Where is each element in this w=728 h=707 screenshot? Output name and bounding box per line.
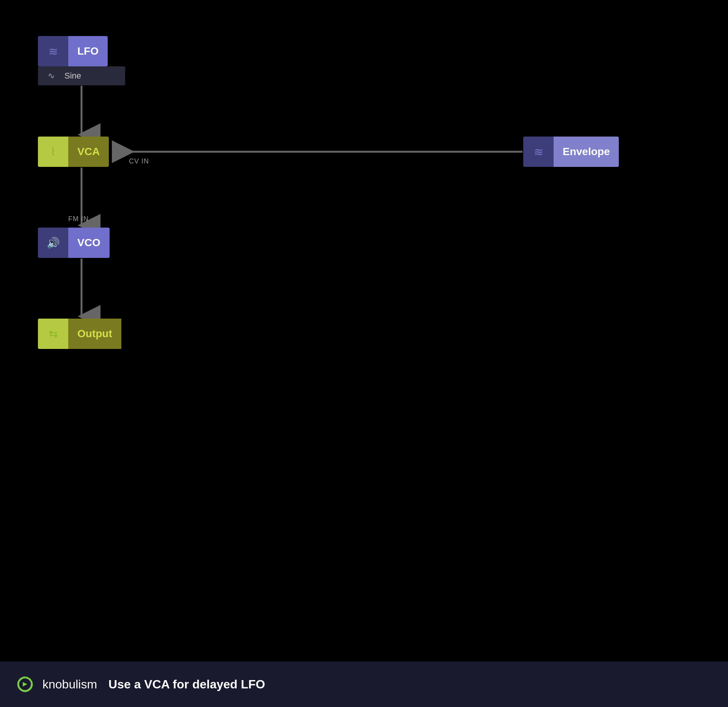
lfo-sub-label: Sine [64, 71, 81, 81]
brand-name: knobulism [42, 677, 97, 691]
lfo-module[interactable]: ≋ LFO [38, 36, 108, 66]
vca-icon: ⌇ [38, 137, 68, 167]
lfo-label: LFO [68, 36, 108, 66]
svg-marker-6 [23, 682, 27, 687]
lfo-sub-module[interactable]: ∿ Sine [38, 66, 125, 85]
sine-icon: ∿ [38, 71, 64, 81]
envelope-module[interactable]: ≋ Envelope [523, 137, 619, 167]
output-icon: ⇆ [38, 319, 68, 349]
output-label: Output [68, 319, 121, 349]
logo-icon [15, 674, 35, 694]
speaker-icon: 🔊 [47, 237, 60, 249]
vca-module[interactable]: ⌇ VCA [38, 137, 109, 167]
vco-icon: 🔊 [38, 228, 68, 258]
pulse-icon: ⌇ [50, 146, 56, 158]
cv-in-label: CV IN [129, 157, 149, 165]
bottom-bar: knobulism Use a VCA for delayed LFO [0, 661, 728, 707]
transfer-icon: ⇆ [49, 328, 58, 340]
vco-module[interactable]: 🔊 VCO [38, 228, 110, 258]
vco-label: VCO [68, 228, 110, 258]
vca-label: VCA [68, 137, 109, 167]
envelope-icon: ≋ [523, 137, 554, 167]
fm-in-label: FM IN [68, 215, 89, 223]
envelope-wave-icon: ≋ [534, 145, 543, 159]
wave-icon: ≋ [49, 45, 58, 58]
lfo-icon: ≋ [38, 36, 68, 66]
output-module[interactable]: ⇆ Output [38, 319, 133, 349]
tagline: Use a VCA for delayed LFO [108, 677, 265, 691]
canvas: ≋ LFO ∿ Sine ⌇ VCA CV IN FM IN ≋ Envelop… [0, 0, 728, 661]
envelope-label: Envelope [554, 137, 619, 167]
